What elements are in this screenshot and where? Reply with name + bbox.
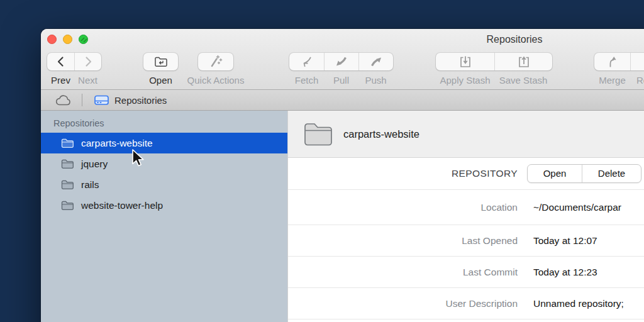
last-commit-row: Last Commit Today at 12:23 — [288, 257, 644, 288]
save-stash-button[interactable] — [494, 53, 552, 70]
field-value: Today at 12:07 — [533, 235, 597, 247]
screen-share-stripes-icon — [79, 35, 88, 44]
open-repo-button-label: Open — [143, 75, 178, 86]
quick-actions-button-label: Quick Actions — [198, 75, 233, 86]
toolbar-nav-group: Prev Next — [47, 53, 101, 86]
chevron-left-icon — [55, 55, 67, 68]
toolbar-sync-group: Fetch Pull Push — [289, 53, 393, 86]
repo-name: rails — [81, 179, 99, 191]
breadcrumb-divider — [82, 94, 82, 106]
folder-icon — [61, 158, 74, 169]
cloud-services-button[interactable] — [55, 94, 72, 106]
repository-list: carparts-website jquery rails — [41, 133, 287, 216]
window-chrome: Repositories Prev Next — [41, 29, 644, 90]
push-button-label: Push — [358, 75, 393, 86]
drive-icon — [94, 94, 109, 107]
main-content: Repositories carparts-website jquery — [41, 111, 644, 322]
user-description-row: User Description Unnamed repository; — [288, 288, 644, 319]
repository-actions-row: REPOSITORY Open Delete — [288, 158, 644, 190]
sidebar-item-rails[interactable]: rails — [41, 174, 287, 195]
field-label: Last Opened — [288, 235, 518, 247]
toolbar-merge-group: Merge Re — [594, 53, 644, 86]
location-row: Location ~/Documents/carpar — [288, 190, 644, 225]
cloud-icon — [55, 94, 72, 106]
field-value: Unnamed repository; — [533, 298, 624, 309]
zoom-button[interactable] — [79, 35, 88, 44]
large-folder-icon — [303, 121, 336, 147]
apply-stash-button-label: Apply Stash — [436, 75, 494, 86]
detail-title: carparts-website — [343, 128, 419, 140]
repository-detail-panel: carparts-website REPOSITORY Open Delete … — [288, 111, 644, 322]
sidebar-item-jquery[interactable]: jquery — [41, 153, 287, 174]
merge-button-label: Merge — [594, 75, 630, 86]
section-label: REPOSITORY — [288, 168, 518, 179]
desktop-background: { "window": { "title": "Repositories" },… — [0, 0, 644, 322]
minimize-button[interactable] — [63, 35, 72, 44]
pull-button-label: Pull — [324, 75, 358, 86]
prev-button-label: Prev — [47, 75, 74, 86]
apply-stash-icon — [458, 55, 473, 69]
magic-wand-icon — [208, 54, 223, 69]
app-window: Repositories Prev Next — [41, 29, 644, 322]
repo-name: jquery — [81, 158, 108, 170]
rebase-button-label: Re — [630, 75, 644, 86]
close-button[interactable] — [47, 35, 57, 44]
toolbar-open-group: Open — [143, 53, 178, 86]
detail-header: carparts-website — [288, 111, 644, 158]
apply-stash-button[interactable] — [436, 53, 494, 70]
repository-action-buttons: Open Delete — [527, 164, 641, 183]
delete-button[interactable]: Delete — [582, 165, 641, 182]
fetch-arrow-icon — [299, 55, 314, 69]
sidebar: Repositories carparts-website jquery — [41, 111, 288, 322]
traffic-lights — [47, 35, 88, 44]
sidebar-item-website-tower-help[interactable]: website-tower-help — [41, 195, 287, 216]
repo-name: carparts-website — [81, 138, 153, 149]
open-button[interactable]: Open — [528, 165, 582, 182]
field-label: Location — [288, 202, 518, 213]
toolbar-stash-group: Apply Stash Save Stash — [436, 53, 552, 86]
toolbar-quick-actions-group: Quick Actions — [198, 53, 233, 86]
breadcrumb-item-label: Repositories — [114, 95, 167, 106]
sidebar-item-carparts-website[interactable]: carparts-website — [41, 133, 287, 153]
sidebar-header: Repositories — [41, 111, 287, 128]
merge-branch-icon — [605, 55, 620, 69]
save-stash-button-label: Save Stash — [494, 75, 552, 86]
breadcrumb-bar: Repositories — [41, 90, 644, 111]
pull-button[interactable] — [324, 53, 358, 70]
next-button[interactable] — [74, 53, 101, 70]
folder-icon — [61, 200, 74, 211]
fetch-button-label: Fetch — [289, 75, 324, 86]
push-arrow-icon — [369, 55, 384, 69]
prev-button[interactable] — [47, 53, 74, 70]
fetch-button[interactable] — [289, 53, 324, 70]
rebase-button[interactable] — [630, 53, 644, 70]
repo-name: website-tower-help — [81, 200, 163, 211]
save-stash-icon — [516, 55, 531, 69]
chevron-right-icon — [82, 55, 94, 68]
open-repo-button[interactable] — [143, 53, 178, 70]
mouse-cursor — [131, 148, 145, 167]
field-value: Today at 12:23 — [533, 267, 597, 278]
next-button-label: Next — [74, 75, 101, 86]
breadcrumb-item-repositories[interactable]: Repositories — [94, 94, 167, 107]
field-label: Last Commit — [288, 267, 518, 278]
pull-arrow-icon — [334, 55, 349, 69]
field-value: ~/Documents/carpar — [533, 202, 621, 213]
push-button[interactable] — [358, 53, 393, 70]
open-folder-icon — [153, 55, 169, 69]
quick-actions-button[interactable] — [198, 53, 233, 70]
folder-icon — [61, 138, 74, 148]
window-title: Repositories — [487, 34, 543, 45]
last-opened-row: Last Opened Today at 12:07 — [288, 225, 644, 257]
merge-button[interactable] — [594, 53, 630, 70]
field-label: User Description — [288, 298, 518, 309]
folder-icon — [61, 179, 74, 190]
